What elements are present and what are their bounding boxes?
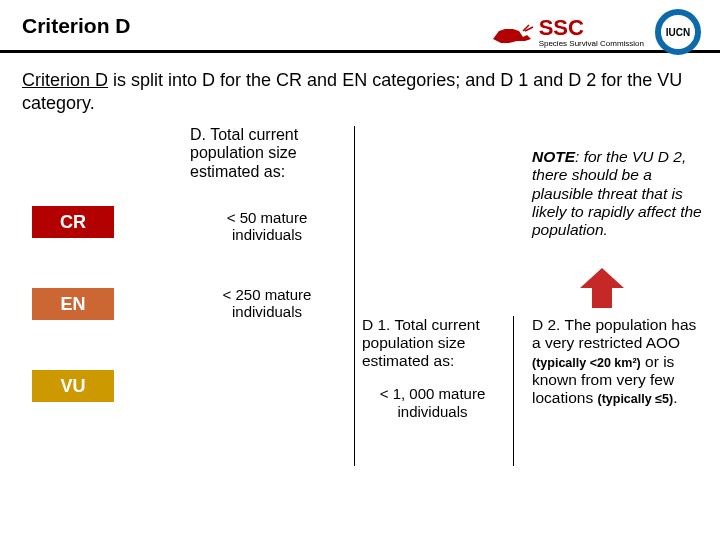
column-d2: D 2. The population has a very restricte… xyxy=(532,316,704,407)
iucn-logo: IUCN xyxy=(654,8,702,56)
column-d-heading: D. Total current population size estimat… xyxy=(190,126,344,199)
intro-paragraph: Criterion D is split into D for the CR a… xyxy=(0,69,720,126)
category-vu: VU xyxy=(32,370,114,402)
logo-bar: SSC Species Survival Commission IUCN xyxy=(489,8,702,56)
ssc-text: SSC xyxy=(539,17,644,39)
column-d1-heading: D 1. Total current population size estim… xyxy=(362,316,503,385)
column-d-en-value: < 250 mature individuals xyxy=(190,272,344,321)
up-arrow-icon xyxy=(576,266,628,310)
column-d1-vu-value: < 1, 000 mature individuals xyxy=(362,385,503,420)
note-label: NOTE xyxy=(532,148,575,165)
d2-small2: (typically ≤5) xyxy=(597,392,673,406)
ssc-logo: SSC Species Survival Commission xyxy=(489,17,644,48)
svg-text:IUCN: IUCN xyxy=(666,27,690,38)
d2-tail: . xyxy=(673,389,677,406)
column-d: D. Total current population size estimat… xyxy=(190,126,355,466)
category-cr: CR xyxy=(32,206,114,238)
category-column: CR EN VU xyxy=(32,206,114,402)
goat-icon xyxy=(489,17,535,47)
column-d1: D 1. Total current population size estim… xyxy=(362,316,514,466)
category-en: EN xyxy=(32,288,114,320)
ssc-subtext: Species Survival Commission xyxy=(539,39,644,48)
content-area: CR EN VU D. Total current population siz… xyxy=(0,126,720,130)
intro-rest: is split into D for the CR and EN catego… xyxy=(22,70,682,113)
note-box: NOTE: for the VU D 2, there should be a … xyxy=(532,148,702,239)
d2-lead: D 2. xyxy=(532,316,564,333)
d2-small1: (typically <20 km²) xyxy=(532,356,641,370)
intro-lead: Criterion D xyxy=(22,70,108,90)
column-d-cr-value: < 50 mature individuals xyxy=(190,199,344,272)
